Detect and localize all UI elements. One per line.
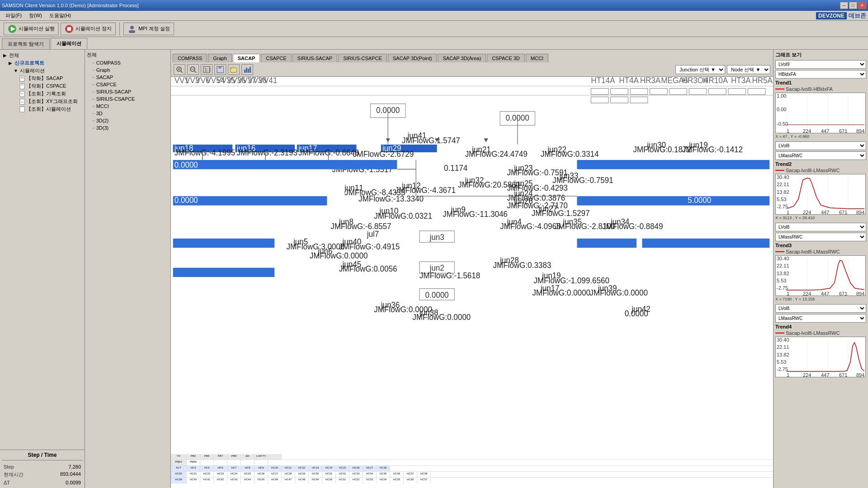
svg-text:447: 447 xyxy=(821,291,829,296)
sim-nav-3d3[interactable]: ─ 3D(3) xyxy=(90,124,169,131)
tab-mcci[interactable]: MCCI xyxy=(526,54,548,62)
run-simulation-btn[interactable]: 시뮬레이션 실행 xyxy=(4,23,59,35)
tab-sirius-sacap[interactable]: SIRIUS-SACAP xyxy=(292,54,338,62)
sim-nav-sirius-sacap[interactable]: ─ SIRIUS-SACAP xyxy=(90,88,169,95)
sim-nav-csapce[interactable]: ─ CSAPCE xyxy=(90,81,169,88)
sim-nav-compass[interactable]: ─ COMPASS xyxy=(90,59,169,66)
simulation-label: 시뮬레이션 xyxy=(20,67,45,74)
svg-text:5.53: 5.53 xyxy=(777,359,786,365)
svg-text:jun19: jun19 xyxy=(542,271,561,281)
node-select[interactable]: Node 선택 ▼ xyxy=(727,65,770,74)
menu-file[interactable]: 파일(F) xyxy=(2,11,25,20)
tab-cspace-3d[interactable]: CSPACE 3D xyxy=(487,54,525,62)
right-select-4[interactable]: LMassRWC xyxy=(775,151,866,160)
trend2-coord: X = 3113 , Y = 28.410 xyxy=(775,216,866,220)
network-svg: VV1VV3 VV6VV54 VV35VV36 VV37VV38 VV41 HT… xyxy=(171,77,773,454)
trend4-chart: 30.40 22.11 13.82 5.53 -2.75 1 224 447 6… xyxy=(775,337,866,377)
svg-text:VV35: VV35 xyxy=(217,77,236,85)
svg-text:0.0000: 0.0000 xyxy=(175,196,198,205)
sirius-sacap-nav-label: SIRIUS-SACAP xyxy=(96,89,132,94)
svg-rect-30 xyxy=(246,68,247,73)
svg-text:jun36: jun36 xyxy=(381,300,400,310)
svg-rect-54 xyxy=(670,89,687,95)
sim-nav-3d2[interactable]: ─ 3D(2) xyxy=(90,117,169,124)
svg-text:HT14A: HT14A xyxy=(591,77,615,85)
zoom-in-btn[interactable] xyxy=(174,64,185,75)
menu-window[interactable]: 창(W) xyxy=(25,11,46,20)
tree-new-project[interactable]: ▶ 신규프로젝트 xyxy=(7,59,83,67)
svg-text:jun35: jun35 xyxy=(562,217,582,226)
menu-help[interactable]: 도움말(H) xyxy=(46,11,75,20)
tab-graph[interactable]: Graph xyxy=(208,54,232,62)
trend2-legend-text: Sacap-lvol8-LMassRWC xyxy=(786,168,840,173)
svg-text:447: 447 xyxy=(821,372,829,377)
tree-simulation[interactable]: ▼ 시뮬레이션 xyxy=(13,67,83,75)
open-btn[interactable] xyxy=(228,64,240,75)
right-select-8[interactable]: LMassRWC xyxy=(775,314,866,323)
mpi-settings-btn[interactable]: MPI 계정 설정 xyxy=(123,23,174,35)
trend2-legend: Sacap-lvol8-LMassRWC xyxy=(775,168,866,173)
right-select-3[interactable]: LVol8 xyxy=(775,141,866,150)
svg-text:JMFlowG:0.0321: JMFlowG:0.0321 xyxy=(374,211,432,221)
tree-item-log[interactable]: 【조회】기록조회 xyxy=(19,90,83,98)
svg-text:VV54: VV54 xyxy=(206,77,225,85)
center-area: 전체 ─ COMPASS ─ Graph ─ SACAP xyxy=(85,50,773,488)
svg-text:0.0000: 0.0000 xyxy=(175,160,198,169)
right-select-6[interactable]: LMassRWC xyxy=(775,233,866,241)
svg-text:30.40: 30.40 xyxy=(777,174,789,180)
zoom-out-icon xyxy=(189,66,197,73)
trend1-chart: 1.00 0.00 -0.50 1 224 447 671 894 xyxy=(775,93,866,133)
junction-select[interactable]: Junction 선택 ▼ xyxy=(675,65,725,74)
svg-text:1:1: 1:1 xyxy=(204,67,210,72)
restore-btn[interactable]: □ xyxy=(849,2,857,9)
tree-item-sacap[interactable]: 【작화】SACAP xyxy=(19,75,83,82)
save-btn[interactable] xyxy=(214,64,226,75)
tree-root-label: 전체 xyxy=(9,52,19,59)
right-select-1[interactable]: LVol9 xyxy=(775,60,866,69)
stop-simulation-btn[interactable]: 시뮬레이션 정지 xyxy=(61,23,116,35)
close-btn[interactable]: ✕ xyxy=(858,2,866,9)
svg-line-21 xyxy=(194,71,196,73)
sim-nav-3d[interactable]: ─ 3D xyxy=(90,110,169,117)
tab-sacap-3d-point[interactable]: SACAP 3D(Point) xyxy=(388,54,437,62)
user-icon xyxy=(127,24,137,33)
sim-nav-sirius-csapce[interactable]: ─ SIRIUS-CSAPCE xyxy=(90,95,169,103)
right-select-5[interactable]: LVol8 xyxy=(775,223,866,231)
trend1-title: Trend1 xyxy=(775,80,866,85)
right-select-7[interactable]: LVol8 xyxy=(775,304,866,313)
tree-root-all[interactable]: ▶ 전체 xyxy=(2,52,83,59)
svg-text:0.00: 0.00 xyxy=(777,107,786,112)
tree-item-xy[interactable]: 【조회】XY그래프조회 xyxy=(19,98,83,105)
tree-item-simview[interactable]: 【조회】시뮬레이션 xyxy=(19,105,83,113)
svg-rect-51 xyxy=(611,89,628,95)
svg-text:jun30: jun30 xyxy=(646,140,666,150)
sim-nav: 전체 ─ COMPASS ─ Graph ─ SACAP xyxy=(85,50,171,488)
left-bar-3 xyxy=(173,239,275,248)
tab-sacap[interactable]: SACAP xyxy=(233,54,260,62)
minimize-btn[interactable]: ─ xyxy=(840,2,848,9)
tab-csapce[interactable]: CSAPCE xyxy=(261,54,291,62)
trend3-legend: Sacap-lvol8-LMassRWC xyxy=(775,249,866,254)
content-wrapper: 프로젝트 탐색기 시뮬레이션 ▶ 전체 ▶ 신규프로젝트 ▼ xyxy=(0,37,868,488)
sim-nav-mcci[interactable]: ─ MCCI xyxy=(90,103,169,110)
tab-project-explorer[interactable]: 프로젝트 탐색기 xyxy=(2,38,50,49)
sim-nav-graph[interactable]: ─ Graph xyxy=(90,66,169,74)
sim-nav-sacap[interactable]: ─ SACAP xyxy=(90,74,169,81)
mpi-label: MPI 계정 설정 xyxy=(138,25,170,32)
tab-simulation[interactable]: 시뮬레이션 xyxy=(51,38,87,49)
chart-btn[interactable] xyxy=(241,64,253,75)
doc-icon5 xyxy=(19,106,25,113)
tab-sirius-csapce[interactable]: SIRIUS-CSAPCE xyxy=(338,54,387,62)
right-select-2[interactable]: HBldxFA xyxy=(775,70,866,79)
menubar: 파일(F) 창(W) 도움말(H) DEVZONE 데브존 xyxy=(0,11,868,21)
zoom-fit-btn[interactable]: 1:1 xyxy=(201,64,212,75)
svg-point-4 xyxy=(130,26,134,29)
svg-rect-53 xyxy=(650,89,667,95)
zoom-out-btn[interactable] xyxy=(187,64,199,75)
tree-item-cspace[interactable]: 【작화】CSPACE xyxy=(19,82,83,90)
tab-compass[interactable]: COMPASS xyxy=(173,54,207,62)
svg-text:jun10: jun10 xyxy=(379,206,399,216)
step-value: 7,280 xyxy=(68,464,81,469)
trend3-coord: X = 7190 , Y = 13.155 xyxy=(775,297,866,301)
tab-sacap-3d-area[interactable]: SACAP 3D(Area) xyxy=(438,54,486,62)
